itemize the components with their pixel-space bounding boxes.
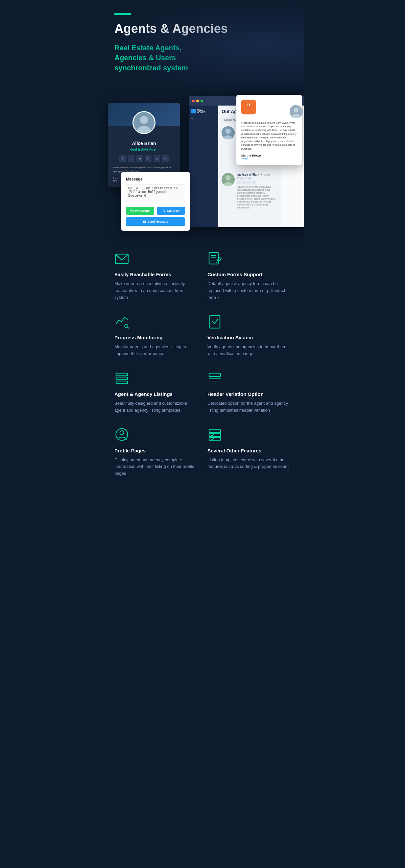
- social-icon-small: [237, 181, 241, 184]
- feature-profile-pages: Profile Pages Display agent and agency c…: [115, 427, 197, 477]
- accent-bar: [115, 13, 131, 15]
- phone-icon: [162, 209, 166, 212]
- social-icon-small: [247, 181, 251, 184]
- agent-list-name-2: Melissa William ✓ Listed Properties 4: [237, 173, 277, 180]
- feature-verification: Verification System Verify agents and ag…: [208, 314, 290, 358]
- browser-sidebar: R REALHOMES ☰: [189, 105, 218, 227]
- feature-desc: Beautifully designed and customizable ag…: [115, 400, 197, 414]
- feature-icon-wrap: [208, 314, 290, 330]
- social-icon-small: [242, 181, 246, 184]
- agent-list-info-2: Melissa William ✓ Listed Properties 4 Ob…: [237, 173, 277, 210]
- hero-section: Agents & Agencies Real Estate Agents, Ag…: [101, 0, 304, 93]
- browser-expand-dot: [200, 100, 203, 102]
- whatsapp-icon: [130, 209, 134, 212]
- feature-title: Header Variation Option: [208, 391, 290, 397]
- feature-title: Agent & Agency Listings: [115, 391, 197, 397]
- agent-social: f t in ig p yt: [113, 155, 175, 162]
- feature-header-variation: Header Variation Option Dedicated option…: [208, 371, 290, 414]
- browser-minimize-dot: [196, 100, 199, 102]
- svg-point-7: [225, 175, 231, 181]
- facebook-icon[interactable]: f: [119, 155, 126, 162]
- feature-title: Several Other Features: [208, 448, 290, 454]
- screenshots-area: Alice Brian Real Estate Agent f t in ig …: [101, 93, 304, 231]
- whatsapp-label: WhatsApp: [135, 209, 150, 212]
- feature-icon-wrap: [115, 251, 197, 267]
- envelope-icon: [115, 251, 129, 266]
- agent-list-description-2: Objectively innovate empowered manufactu…: [237, 185, 277, 210]
- svg-point-10: [294, 108, 299, 113]
- message-textarea[interactable]: Hello, I am interested in [Villa on Holl…: [126, 184, 185, 202]
- testimonial-author: Martha Brown: [241, 154, 297, 157]
- testimonial-popup: " I recently sold a house through Liam W…: [236, 95, 302, 165]
- svg-rect-30: [209, 430, 221, 432]
- feature-desc: Listing templates come with several othe…: [208, 457, 290, 470]
- hero-subtitle: Real Estate Agents, Agencies & Users syn…: [115, 43, 213, 73]
- feature-title: Profile Pages: [115, 448, 197, 454]
- avatar: [132, 111, 155, 134]
- feature-desc: Make your representatives effectively re…: [115, 280, 197, 301]
- agent-list-avatar: [222, 173, 235, 186]
- whatsapp-button[interactable]: WhatsApp: [126, 207, 154, 215]
- feature-title: Verification System: [208, 335, 290, 340]
- agent-list-item: Melissa William ✓ Listed Properties 4 Ob…: [222, 173, 277, 214]
- message-popup-title: Message: [126, 177, 185, 182]
- feature-other-features: Several Other Features Listing templates…: [208, 427, 290, 477]
- page-wrapper: Agents & Agencies Real Estate Agents, Ag…: [101, 0, 304, 490]
- feature-icon-wrap: [208, 251, 290, 267]
- feature-icon-wrap: [208, 371, 290, 386]
- browser-nav: ☰: [191, 117, 216, 120]
- feature-listings: Agent & Agency Listings Beautifully desi…: [115, 371, 197, 414]
- hero-title: Agents & Agencies: [115, 21, 290, 36]
- svg-rect-23: [116, 381, 128, 384]
- real-homes-logo-icon: R: [191, 109, 196, 114]
- feature-custom-forms: Custom Forms Support Default agent & age…: [208, 251, 290, 301]
- call-now-button[interactable]: Call Now: [157, 207, 185, 215]
- pinterest-icon[interactable]: p: [154, 155, 160, 162]
- testimonial-text: I recently sold a house through Liam Wya…: [241, 121, 297, 151]
- send-icon: [143, 220, 146, 223]
- svg-point-1: [140, 116, 148, 124]
- instagram-icon[interactable]: ig: [145, 155, 152, 162]
- filter-label: Location: [224, 118, 234, 121]
- testimonial-avatar: [289, 104, 302, 118]
- feature-desc: Display agent and agency complete inform…: [115, 457, 197, 477]
- edit-icon: [208, 251, 222, 266]
- quote-icon: ": [241, 100, 256, 115]
- feature-icon-wrap: [208, 427, 290, 443]
- svg-point-29: [120, 431, 124, 435]
- svg-rect-20: [210, 316, 220, 328]
- browser-logo: R REALHOMES: [191, 109, 216, 114]
- feature-desc: Monitor agents and agencies listing to i…: [115, 344, 197, 358]
- features-grid: Easily Reachable Forms Make your represe…: [115, 251, 290, 477]
- feature-desc: Verify agents and agencies to honor them…: [208, 344, 290, 358]
- list-check-icon: [208, 427, 222, 442]
- svg-point-4: [225, 129, 231, 134]
- feature-icon-wrap: [115, 314, 197, 330]
- message-popup: Message Hello, I am interested in [Villa…: [121, 172, 190, 231]
- feature-progress-monitoring: Progress Monitoring Monitor agents and a…: [115, 314, 197, 358]
- header-icon: [208, 371, 222, 385]
- send-label: Send Message: [148, 220, 168, 223]
- chart-icon: [115, 314, 129, 329]
- profile-icon: [115, 427, 129, 442]
- send-message-button[interactable]: Send Message: [126, 217, 185, 226]
- linkedin-icon[interactable]: in: [136, 155, 143, 162]
- call-label: Call Now: [167, 209, 180, 212]
- agent-name: Alice Brian: [113, 141, 175, 146]
- feature-title: Easily Reachable Forms: [115, 272, 197, 277]
- twitter-icon[interactable]: t: [128, 155, 134, 162]
- svg-line-19: [128, 327, 129, 329]
- agent-list-social-2: [237, 181, 277, 184]
- youtube-icon[interactable]: yt: [162, 155, 169, 162]
- feature-icon-wrap: [115, 371, 197, 386]
- check-badge-icon: [208, 314, 222, 329]
- svg-line-17: [217, 260, 217, 263]
- social-icon-small: [252, 181, 256, 184]
- svg-rect-24: [209, 373, 221, 376]
- feature-title: Progress Monitoring: [115, 335, 197, 340]
- svg-rect-22: [116, 377, 128, 380]
- feature-desc: Default agent & agency forms can be repl…: [208, 280, 290, 301]
- feature-reachable-forms: Easily Reachable Forms Make your represe…: [115, 251, 197, 301]
- features-section: Easily Reachable Forms Make your represe…: [101, 244, 304, 490]
- list-icon: [115, 371, 129, 385]
